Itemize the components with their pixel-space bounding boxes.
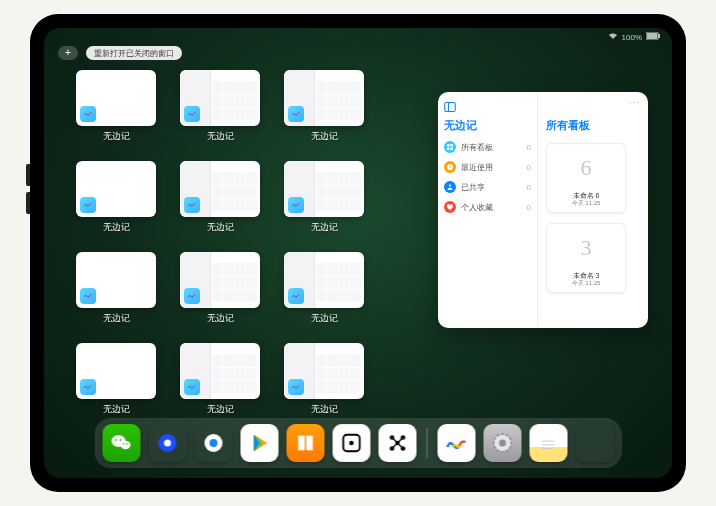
window-thumbnail[interactable] [76,161,156,217]
app-window[interactable]: 无边记 [180,70,260,143]
popover-category-list: 所有看板0最近使用0已共享0个人收藏0 [444,141,531,213]
popover-item-heart[interactable]: 个人收藏0 [444,201,531,213]
more-icon[interactable]: ··· [629,97,640,108]
svg-rect-41 [509,438,511,440]
popover-item-label: 所有看板 [461,142,493,153]
popover-item-grid[interactable]: 所有看板0 [444,141,531,153]
svg-point-29 [499,440,506,447]
heart-icon [444,201,456,213]
freeform-icon [184,106,200,122]
board-card[interactable]: 6未命名 6今天 11:25 [546,143,626,213]
app-window-label: 无边记 [103,130,130,143]
popover-item-count: 0 [527,183,531,192]
freeform-icon [80,288,96,304]
dock-app-quark[interactable] [149,424,187,462]
window-thumbnail[interactable] [76,70,156,126]
popover-item-label: 个人收藏 [461,202,493,213]
dock-app-notes[interactable] [530,424,568,462]
wifi-icon [608,32,618,42]
window-thumbnail[interactable] [284,70,364,126]
battery-pct: 100% [622,33,642,42]
svg-point-16 [126,443,128,445]
app-window[interactable]: 无边记 [76,161,156,234]
ipad-frame: 100% + 重新打开已关闭的窗口 无边记无边记无边记无边记无边记无边记无边记无… [30,14,686,492]
svg-rect-2 [658,34,660,38]
svg-rect-32 [506,450,508,452]
status-bar: 100% [608,32,660,42]
app-window[interactable]: 无边记 [284,161,364,234]
svg-point-18 [164,440,171,447]
clock-icon [444,161,456,173]
window-thumbnail[interactable] [284,343,364,399]
board-meta: 未命名 6今天 11:25 [551,191,621,208]
window-thumbnail[interactable] [284,161,364,217]
dock-app-qqbrowser[interactable] [195,424,233,462]
popover-title: 无边记 [444,118,531,133]
window-thumbnail[interactable] [180,70,260,126]
svg-point-12 [121,441,131,449]
share-icon [444,181,456,193]
app-window[interactable]: 无边记 [284,343,364,416]
app-switcher-grid: 无边记无边记无边记无边记无边记无边记无边记无边记无边记无边记无边记无边记 [76,70,416,416]
board-sketch: 3 [566,228,606,268]
dock-app-play[interactable] [241,424,279,462]
popover-item-label: 已共享 [461,182,485,193]
app-window[interactable]: 无边记 [180,252,260,325]
dock-app-wechat[interactable] [103,424,141,462]
freeform-icon [184,379,200,395]
popover-item-share[interactable]: 已共享0 [444,181,531,193]
svg-point-10 [449,184,451,186]
svg-rect-33 [502,451,504,453]
svg-rect-34 [497,450,499,452]
svg-rect-1 [647,33,657,39]
freeform-icon [80,106,96,122]
app-window-label: 无边记 [311,130,338,143]
app-window[interactable]: 无边记 [76,252,156,325]
window-thumbnail[interactable] [76,343,156,399]
dock-app-dice[interactable] [333,424,371,462]
app-window[interactable]: 无边记 [284,70,364,143]
dock [95,418,622,468]
popover-content: 所有看板 6未命名 6今天 11:253未命名 3今天 11:25 [538,92,648,328]
svg-rect-40 [506,434,508,436]
add-window-button[interactable]: + [58,46,78,60]
reopen-closed-window-button[interactable]: 重新打开已关闭的窗口 [86,46,182,60]
app-window[interactable]: 无边记 [76,70,156,143]
app-window[interactable]: 无边记 [180,161,260,234]
freeform-icon [184,288,200,304]
freeform-icon [288,379,304,395]
popover-item-count: 0 [527,203,531,212]
svg-rect-6 [451,144,454,147]
popover-item-clock[interactable]: 最近使用0 [444,161,531,173]
app-window[interactable]: 无边记 [284,252,364,325]
top-bar: + 重新打开已关闭的窗口 [58,46,182,60]
svg-rect-3 [445,103,456,112]
dock-app-books[interactable] [287,424,325,462]
window-thumbnail[interactable] [180,252,260,308]
volume-up-button[interactable] [26,164,30,186]
freeform-icon [80,379,96,395]
screen: 100% + 重新打开已关闭的窗口 无边记无边记无边记无边记无边记无边记无边记无… [44,28,672,478]
window-thumbnail[interactable] [284,252,364,308]
window-thumbnail[interactable] [180,161,260,217]
svg-rect-37 [494,438,496,440]
app-window-label: 无边记 [207,312,234,325]
dock-app-freeform[interactable] [438,424,476,462]
dock-app-settings[interactable] [484,424,522,462]
dock-app-app-library[interactable] [576,424,614,462]
app-window-label: 无边记 [103,312,130,325]
battery-icon [646,32,660,42]
svg-point-20 [210,439,218,447]
app-window-label: 无边记 [311,221,338,234]
popover-right-title: 所有看板 [546,118,640,133]
board-card[interactable]: 3未命名 3今天 11:25 [546,223,626,293]
sidebar-toggle-icon[interactable] [444,100,531,114]
app-window[interactable]: 无边记 [76,343,156,416]
window-thumbnail[interactable] [180,343,260,399]
app-window[interactable]: 无边记 [180,343,260,416]
freeform-popover: ··· 无边记 所有看板0最近使用0已共享0个人收藏0 所有看板 6未命名 6今… [438,92,648,328]
app-window-label: 无边记 [207,403,234,416]
dock-app-node[interactable] [379,424,417,462]
window-thumbnail[interactable] [76,252,156,308]
volume-down-button[interactable] [26,192,30,214]
